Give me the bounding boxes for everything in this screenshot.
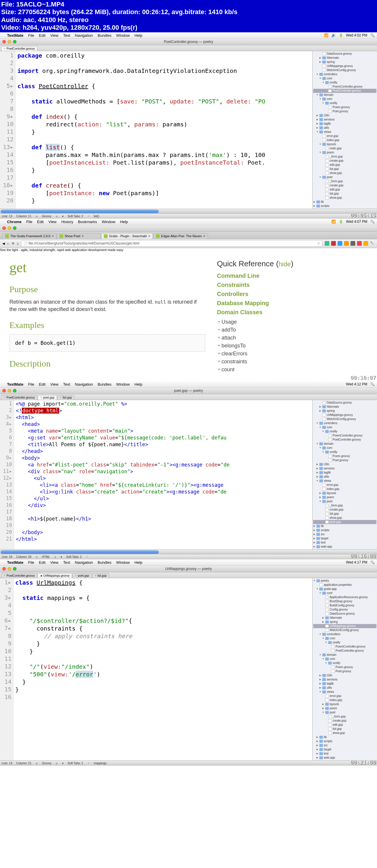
close-tab-icon[interactable]: × <box>148 234 150 238</box>
tree-node[interactable]: ▼poem <box>313 151 376 155</box>
close-icon[interactable] <box>2 389 6 393</box>
tree-node[interactable]: show.gsp <box>313 516 376 520</box>
chevron-down-icon[interactable]: ▼ <box>316 479 318 482</box>
tree-node[interactable]: ▼oreilly <box>313 641 376 645</box>
zoom-icon[interactable] <box>13 567 17 570</box>
tree-node[interactable]: ▼poetry <box>313 579 376 583</box>
bookmark-star-icon[interactable]: ☆ <box>317 241 320 245</box>
chevron-down-icon[interactable]: ▼ <box>316 442 318 445</box>
menu-bundles[interactable]: Bundles <box>98 33 112 38</box>
close-tab-icon[interactable]: × <box>4 396 5 399</box>
tree-node[interactable]: ▼controllers <box>313 421 376 425</box>
tree-node[interactable]: ▼poet <box>313 499 376 503</box>
chevron-down-icon[interactable]: ▼ <box>316 73 318 75</box>
qr-category[interactable]: Controllers <box>217 291 368 298</box>
chevron-right-icon[interactable]: ▶ <box>316 744 318 747</box>
line-gutter[interactable]: 12345▸6789▸10111213▸1415161718▸1920 <box>0 51 16 209</box>
tree-node[interactable]: show.gsp <box>313 731 376 735</box>
minimize-icon[interactable] <box>8 40 11 43</box>
tree-node[interactable]: DataSource.groovy <box>313 52 376 56</box>
menu-window[interactable]: Window <box>102 220 115 224</box>
tree-node[interactable]: ▶scripts <box>313 528 376 532</box>
menu-text[interactable]: Text <box>63 382 70 386</box>
tree-node[interactable]: ▶lib <box>313 735 376 739</box>
tree-node[interactable]: _form.gsp <box>313 155 376 159</box>
close-tab-icon[interactable]: × <box>4 47 5 50</box>
menu-navigation[interactable]: Navigation <box>75 560 93 565</box>
chevron-down-icon[interactable]: ▼ <box>319 592 321 594</box>
reload-button[interactable]: ⟳ <box>12 242 14 245</box>
tree-node[interactable]: ▶services <box>313 466 376 471</box>
tree-node[interactable]: ▶test <box>313 540 376 545</box>
tree-node[interactable]: _form.gsp <box>313 503 376 508</box>
tree-node[interactable]: Poem.groovy <box>313 454 376 458</box>
menu-text[interactable]: Text <box>63 560 70 565</box>
tree-node[interactable]: ▶poem <box>313 495 376 499</box>
editor-statusbar[interactable]: Line: 13 Column: 21 ◆ Groovy ◆▾ Soft Tab… <box>0 761 377 766</box>
editor-tab[interactable]: ×list.gsp <box>92 573 109 578</box>
editor-statusbar[interactable]: Line: 13 Column: 11 ◆ Groovy ◆▾ Soft Tab… <box>0 213 377 219</box>
tree-node[interactable]: ▼controllers <box>313 632 376 637</box>
extension-icon[interactable] <box>331 241 336 246</box>
tree-node[interactable]: WebXmlConfig.groovy <box>313 628 376 632</box>
tree-node[interactable]: ▼poet <box>313 175 376 179</box>
tree-node[interactable]: ▼poet <box>313 710 376 715</box>
tree-node[interactable]: ▶test <box>313 752 376 756</box>
back-button[interactable]: ◀ <box>2 242 5 245</box>
editor-tab[interactable]: ×poet.gsp <box>72 573 92 578</box>
chevron-right-icon[interactable]: ▶ <box>313 205 316 207</box>
close-tab-icon[interactable]: × <box>4 574 5 577</box>
chevron-right-icon[interactable]: ▶ <box>319 496 321 498</box>
tree-node[interactable]: DataSource.groovy <box>313 401 376 405</box>
tree-node[interactable]: ▼domain <box>313 93 376 97</box>
horizontal-scrollbar[interactable] <box>0 209 377 213</box>
chevron-right-icon[interactable]: ▶ <box>322 707 324 710</box>
chevron-right-icon[interactable]: ▶ <box>319 492 321 494</box>
chevron-down-icon[interactable]: ▼ <box>322 81 324 84</box>
tree-node[interactable]: UrlMappings.groovy <box>313 624 376 628</box>
menu-file[interactable]: File <box>28 382 34 386</box>
qr-item[interactable]: attach <box>218 334 368 342</box>
tree-node[interactable]: Poet.groovy <box>313 458 376 462</box>
extension-icon[interactable] <box>325 241 329 246</box>
chevron-down-icon[interactable]: ▼ <box>319 690 321 693</box>
app-name[interactable]: TextMate <box>7 382 23 386</box>
menu-history[interactable]: History <box>61 220 73 224</box>
menu-view[interactable]: View <box>50 560 59 565</box>
chevron-down-icon[interactable]: ▼ <box>316 588 318 590</box>
chevron-right-icon[interactable]: ▶ <box>316 467 318 470</box>
menu-navigation[interactable]: Navigation <box>75 33 93 38</box>
qr-category[interactable]: Constraints <box>217 282 368 288</box>
spotlight-icon[interactable]: 🔍 <box>370 560 375 564</box>
chevron-down-icon[interactable]: ▼ <box>322 657 324 660</box>
minimize-icon[interactable] <box>8 389 11 393</box>
tree-node[interactable]: ▼oreilly <box>313 429 376 434</box>
tree-node[interactable]: ▶scripts <box>313 739 376 743</box>
traffic-lights[interactable] <box>2 40 17 43</box>
tree-node[interactable]: create.gsp <box>313 183 376 188</box>
chevron-right-icon[interactable]: ▶ <box>313 533 316 535</box>
tree-node[interactable]: list.gsp <box>313 727 376 731</box>
close-tab-icon[interactable]: × <box>95 574 96 577</box>
tree-node[interactable]: UrlMappings.groovy <box>313 413 376 417</box>
tree-node[interactable]: Poem.groovy <box>313 105 376 110</box>
tree-node[interactable]: WebXmlConfig.groovy <box>313 417 376 421</box>
tree-node[interactable]: BuildConfig.groovy <box>313 603 376 608</box>
qr-item[interactable]: belongsTo <box>218 342 368 350</box>
chevron-right-icon[interactable]: ▶ <box>316 118 318 121</box>
tree-node[interactable]: ▼domain <box>313 442 376 446</box>
code-editor[interactable]: <%@ page import="com.oreilly.Poet" %> <!… <box>14 400 312 549</box>
tree-node[interactable]: ▼com <box>313 446 376 450</box>
extension-icon[interactable] <box>351 241 355 246</box>
wifi-icon[interactable]: 📶 <box>331 220 336 224</box>
tree-node[interactable]: edit.gsp <box>313 723 376 727</box>
tree-node[interactable]: ▼layouts <box>313 142 376 146</box>
project-tree[interactable]: ▼poetryapplication.properties▼grails-app… <box>312 578 377 761</box>
menu-file[interactable]: File <box>28 560 34 565</box>
tree-node[interactable]: ▼oreilly <box>313 81 376 85</box>
chevron-down-icon[interactable]: ▼ <box>319 176 321 179</box>
tree-node[interactable]: edit.gsp <box>313 163 376 167</box>
chevron-down-icon[interactable]: ▼ <box>319 653 321 656</box>
menu-window[interactable]: Window <box>116 382 130 386</box>
tree-node[interactable]: ▶utils <box>313 475 376 479</box>
